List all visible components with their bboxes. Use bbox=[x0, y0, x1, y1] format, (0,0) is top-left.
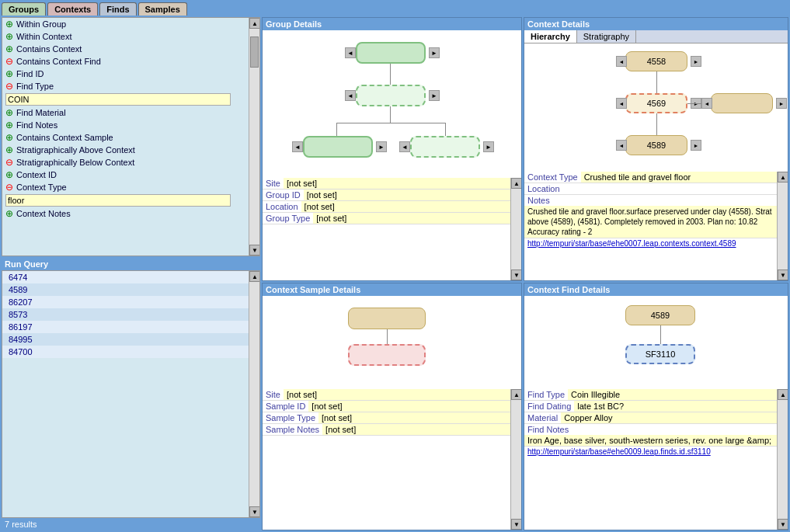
group-fields-scrollbar[interactable]: ▲ ▼ bbox=[510, 178, 521, 280]
nav-right-bl[interactable]: ► bbox=[376, 141, 387, 152]
nav-left-br[interactable]: ◄ bbox=[399, 141, 410, 152]
group-id-value: [not set] bbox=[304, 190, 510, 200]
result-item-86197[interactable]: 86197 bbox=[2, 321, 259, 333]
add-icon: ⊕ bbox=[5, 144, 13, 155]
filter-find-notes[interactable]: ⊕ Find Notes bbox=[2, 119, 259, 131]
nav-right-top[interactable]: ► bbox=[429, 47, 440, 58]
remove-icon: ⊖ bbox=[5, 157, 13, 168]
sample-scrollbar[interactable]: ▲ ▼ bbox=[510, 389, 521, 530]
ctx-field-location: Location bbox=[524, 183, 777, 195]
group-node-top bbox=[356, 42, 426, 64]
tab-finds[interactable]: Finds bbox=[99, 2, 136, 16]
filter-context-type[interactable]: ⊖ Context Type bbox=[2, 181, 259, 193]
result-item-8573[interactable]: 8573 bbox=[2, 308, 259, 321]
scroll-up-btn[interactable]: ▲ bbox=[249, 271, 260, 282]
find-field-dating: Find Dating late 1st BC? bbox=[524, 401, 777, 412]
find-scrollbar[interactable]: ▲ ▼ bbox=[777, 389, 788, 530]
scroll-down-btn[interactable]: ▼ bbox=[249, 506, 260, 517]
scroll-up-btn[interactable]: ▲ bbox=[511, 389, 521, 400]
results-scrollbar[interactable]: ▲ ▼ bbox=[249, 271, 259, 517]
sample-fields: Site [not set] Sample ID [not set] Sampl… bbox=[263, 389, 521, 436]
find-field-material: Material Copper Alloy bbox=[524, 412, 777, 424]
filter-context-id[interactable]: ⊕ Context ID bbox=[2, 169, 259, 181]
filter-label: Within Group bbox=[16, 19, 66, 29]
scroll-down-btn[interactable]: ▼ bbox=[511, 519, 521, 530]
find-type-value: Coin Illegible bbox=[568, 389, 777, 400]
add-icon: ⊕ bbox=[5, 132, 13, 143]
filter-find-id[interactable]: ⊕ Find ID bbox=[2, 68, 259, 80]
scroll-up-btn[interactable]: ▲ bbox=[778, 172, 788, 183]
site-label: Site bbox=[263, 178, 284, 189]
result-item-84700[interactable]: 84700 bbox=[2, 346, 259, 358]
location-value: [not set] bbox=[301, 201, 510, 212]
context-details-header: Context Details bbox=[524, 18, 788, 30]
ctx-node-4558: 4558 bbox=[625, 51, 687, 71]
nav-left-top[interactable]: ◄ bbox=[345, 47, 356, 58]
scroll-down-btn[interactable]: ▼ bbox=[511, 269, 521, 280]
nav-left-bl[interactable]: ◄ bbox=[292, 141, 303, 152]
filter-strat-above[interactable]: ⊕ Stratigraphically Above Context bbox=[2, 144, 259, 156]
context-type-input-row bbox=[2, 193, 259, 207]
find-line bbox=[660, 325, 661, 344]
location-label: Location bbox=[263, 201, 301, 212]
filter-within-group[interactable]: ⊕ Within Group bbox=[2, 18, 259, 30]
group-id-label: Group ID bbox=[263, 190, 304, 200]
tab-hierarchy[interactable]: Hierarchy bbox=[524, 30, 577, 43]
filter-contains-context-sample[interactable]: ⊕ Contains Context Sample bbox=[2, 131, 259, 144]
tab-stratigraphy[interactable]: Stratigraphy bbox=[577, 30, 636, 43]
nav-right-br[interactable]: ► bbox=[483, 141, 494, 152]
ctx-scrollbar[interactable]: ▲ ▼ bbox=[777, 172, 788, 280]
result-item-6474[interactable]: 6474 bbox=[2, 271, 259, 283]
scroll-down-btn[interactable]: ▼ bbox=[249, 245, 260, 256]
nav-left-mid[interactable]: ◄ bbox=[345, 90, 356, 101]
sample-field-notes: Sample Notes [not set] bbox=[263, 424, 510, 436]
filter-context-notes[interactable]: ⊕ Context Notes bbox=[2, 207, 259, 220]
result-item-4589[interactable]: 4589 bbox=[2, 283, 259, 296]
find-field-notes: Find Notes Iron Age, base silver, south-… bbox=[524, 424, 777, 447]
context-fields: Context Type Crushed tile and gravel flo… bbox=[524, 172, 788, 249]
tab-contexts[interactable]: Contexts bbox=[47, 2, 98, 16]
context-sample-header: Context Sample Details bbox=[263, 283, 521, 296]
find-notes-value: Iron Age, base silver, south-western ser… bbox=[524, 435, 777, 446]
tab-samples[interactable]: Samples bbox=[138, 2, 187, 16]
filter-label: Find ID bbox=[16, 69, 44, 78]
ctx-type-value: Crushed tile and gravel floor bbox=[581, 172, 777, 183]
result-item-84995[interactable]: 84995 bbox=[2, 333, 259, 346]
ctx-node-4589: 4589 bbox=[625, 135, 687, 155]
filter-label: Stratigraphically Below Context bbox=[16, 158, 134, 167]
filter-within-context[interactable]: ⊕ Within Context bbox=[2, 30, 259, 43]
nav-right-4589[interactable]: ► bbox=[691, 140, 701, 151]
nav-right-mid[interactable]: ► bbox=[429, 90, 440, 101]
scroll-down-btn[interactable]: ▼ bbox=[778, 519, 788, 530]
filter-label: Context ID bbox=[16, 170, 57, 179]
nav-left-right-node[interactable]: ◄ bbox=[701, 98, 712, 109]
filter-scrollbar[interactable]: ▲ ▼ bbox=[249, 18, 259, 256]
filter-find-material[interactable]: ⊕ Find Material bbox=[2, 106, 259, 119]
filter-label: Context Type bbox=[16, 183, 67, 192]
result-item-86207[interactable]: 86207 bbox=[2, 296, 259, 308]
sample-node-bottom bbox=[348, 344, 426, 366]
nav-left-4569[interactable]: ◄ bbox=[616, 98, 627, 109]
ctx-line-1 bbox=[656, 71, 657, 93]
scroll-up-btn[interactable]: ▲ bbox=[249, 18, 260, 29]
nav-left-4558[interactable]: ◄ bbox=[616, 56, 627, 67]
find-type-input[interactable] bbox=[5, 93, 231, 106]
find-url-link[interactable]: http://tempuri/star/base#ehe0009.leap.fi… bbox=[524, 447, 777, 457]
filter-find-type[interactable]: ⊖ Find Type bbox=[2, 80, 259, 92]
nav-left-4589[interactable]: ◄ bbox=[616, 140, 627, 151]
find-notes-label: Find Notes bbox=[524, 424, 777, 435]
tab-groups[interactable]: Groups bbox=[2, 2, 46, 16]
add-icon: ⊕ bbox=[5, 43, 13, 54]
nav-right-4558[interactable]: ► bbox=[691, 56, 701, 67]
scroll-up-btn[interactable]: ▲ bbox=[778, 389, 788, 400]
filter-contains-context-find[interactable]: ⊖ Contains Context Find bbox=[2, 55, 259, 68]
context-url-link[interactable]: http://tempuri/star/base#ehe0007.leap.co… bbox=[524, 238, 777, 249]
scroll-up-btn[interactable]: ▲ bbox=[511, 178, 521, 189]
add-icon: ⊕ bbox=[5, 208, 13, 219]
context-type-input[interactable] bbox=[5, 194, 231, 207]
nav-right-right-node[interactable]: ► bbox=[776, 98, 787, 109]
scroll-down-btn[interactable]: ▼ bbox=[778, 269, 788, 280]
filter-strat-below[interactable]: ⊖ Stratigraphically Below Context bbox=[2, 156, 259, 169]
find-type-label: Find Type bbox=[524, 389, 568, 400]
filter-contains-context[interactable]: ⊕ Contains Context bbox=[2, 43, 259, 55]
